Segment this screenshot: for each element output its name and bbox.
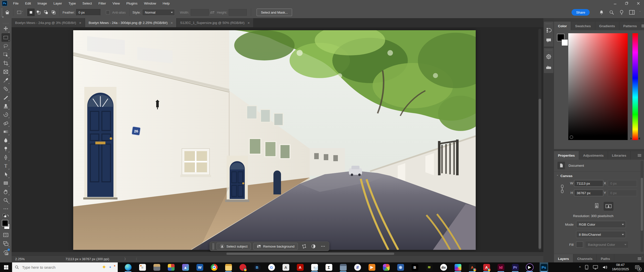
- move-tool[interactable]: [2, 25, 10, 33]
- search-input[interactable]: [22, 265, 99, 270]
- object-selection-tool[interactable]: [2, 50, 10, 59]
- strip-grip[interactable]: [545, 49, 552, 51]
- taskbar-app-b-app[interactable]: B: [411, 262, 419, 272]
- panel-menu-icon[interactable]: [641, 24, 644, 27]
- properties-scrollbar[interactable]: [640, 161, 643, 252]
- status-back-chevron[interactable]: 〈: [134, 257, 137, 261]
- comments-panel-icon[interactable]: [544, 36, 553, 45]
- horizontal-scroll-thumb[interactable]: [226, 253, 394, 255]
- chevron-down-icon[interactable]: ˇ: [639, 11, 640, 14]
- taskbar-app-dark-b-app[interactable]: B: [253, 262, 261, 272]
- crop-tool[interactable]: [2, 59, 10, 67]
- tray-expand-chevron-icon[interactable]: ^: [579, 265, 581, 269]
- volume-icon[interactable]: [602, 265, 608, 269]
- sync-status-icon[interactable]: [2, 248, 10, 257]
- tab-properties[interactable]: Properties: [554, 151, 579, 160]
- feather-input[interactable]: 0 px: [76, 9, 100, 16]
- frame-tool[interactable]: [2, 67, 10, 76]
- height-input[interactable]: [229, 9, 247, 16]
- taskbar-app-sticky-notes[interactable]: ≡: [138, 262, 147, 272]
- taskbar-drag-handle[interactable]: [212, 243, 214, 249]
- tab-channels[interactable]: Channels: [573, 254, 597, 263]
- taskbar-app-printer-app[interactable]: [152, 262, 161, 272]
- minimize-button[interactable]: [609, 0, 621, 7]
- subtract-selection-mode[interactable]: [42, 9, 50, 16]
- zoom-tool[interactable]: [2, 196, 10, 205]
- taskbar-app-creative-cloud[interactable]: [454, 262, 462, 272]
- notifications-bell-icon[interactable]: [599, 10, 604, 15]
- fill-color-swatch[interactable]: [576, 242, 583, 248]
- hue-slider[interactable]: [632, 33, 638, 140]
- menu-layer[interactable]: Layer: [50, 0, 65, 7]
- taskbar-app-microsoft-edge[interactable]: [124, 262, 132, 272]
- rectangle-tool[interactable]: [2, 179, 10, 187]
- menu-view[interactable]: View: [109, 0, 123, 7]
- panel-menu-icon[interactable]: [637, 257, 641, 260]
- taskbar-app-audio-app[interactable]: ılıı: [439, 262, 448, 272]
- share-button[interactable]: Share: [572, 9, 590, 16]
- new-selection-mode[interactable]: [27, 9, 35, 16]
- swap-colors-control[interactable]: [2, 213, 10, 219]
- tab-libraries[interactable]: Libraries: [608, 151, 631, 160]
- spot-healing-brush-tool[interactable]: [2, 85, 10, 93]
- close-tab-icon[interactable]: ×: [248, 21, 250, 25]
- taskbar-app-acrobat[interactable]: A: [296, 262, 304, 272]
- document-tab-1[interactable]: Boelyn Mews - 24a - 300dpi.png @ 2.25% (…: [85, 18, 177, 27]
- dodge-tool[interactable]: [2, 145, 10, 153]
- network-display-icon[interactable]: [593, 265, 598, 269]
- toolbar-grip[interactable]: [3, 23, 9, 24]
- blur-tool[interactable]: [2, 136, 10, 145]
- menu-image[interactable]: Image: [34, 0, 50, 7]
- tab-paths[interactable]: Paths: [597, 254, 614, 263]
- background-color-swatch[interactable]: [561, 39, 568, 46]
- quick-mask-mode-button[interactable]: [2, 231, 10, 239]
- hue-slider-marker[interactable]: [638, 137, 640, 140]
- edit-toolbar-button[interactable]: [2, 205, 10, 213]
- chevron-down-icon[interactable]: ˇ: [642, 256, 643, 259]
- foreground-color-swatch[interactable]: [2, 220, 8, 226]
- chevron-down-icon[interactable]: ˇ: [22, 11, 23, 14]
- taskbar-app-paint-app[interactable]: [382, 262, 390, 272]
- eyedropper-tool[interactable]: [2, 76, 10, 85]
- hue-slider-marker[interactable]: [630, 137, 632, 140]
- close-tab-icon[interactable]: ×: [79, 21, 82, 25]
- close-tab-icon[interactable]: ×: [171, 21, 173, 25]
- properties-scroll-thumb[interactable]: [641, 178, 643, 231]
- taskbar-app-tiles-app[interactable]: [167, 262, 175, 272]
- tab-gradients[interactable]: Gradients: [595, 22, 619, 30]
- discover-lightbulb-icon[interactable]: [619, 10, 624, 15]
- swap-dimensions-icon[interactable]: [210, 10, 215, 14]
- remove-background-button[interactable]: Remove background: [253, 243, 298, 250]
- width-input[interactable]: [191, 9, 209, 16]
- home-button[interactable]: [4, 9, 11, 16]
- histogram-panel-icon[interactable]: [544, 62, 553, 71]
- add-selection-mode[interactable]: [35, 9, 42, 16]
- toolbar-expand-icon[interactable]: »: [2, 15, 4, 19]
- lasso-tool[interactable]: [2, 42, 10, 50]
- type-tool[interactable]: T: [2, 162, 10, 170]
- menu-window[interactable]: Window: [141, 0, 159, 7]
- brush-tool[interactable]: [2, 93, 10, 102]
- canvas-horizontal-scrollbar[interactable]: [12, 252, 543, 255]
- bit-depth-select[interactable]: 8 Bits/Channel: [576, 231, 626, 238]
- landscape-orientation-button[interactable]: [604, 202, 613, 211]
- menu-select[interactable]: Select: [79, 0, 95, 7]
- strip-grip[interactable]: [545, 23, 552, 24]
- select-subject-button[interactable]: Select subject: [217, 243, 251, 250]
- taskbar-app-google-chrome[interactable]: [210, 262, 218, 272]
- taskbar-app-word[interactable]: W: [195, 262, 204, 272]
- taskbar-app-acrobat-light[interactable]: A: [281, 262, 290, 272]
- taskbar-search[interactable]: ✦ ✦: [12, 262, 118, 272]
- close-button[interactable]: [632, 0, 644, 7]
- link-dimensions-icon[interactable]: [560, 184, 565, 193]
- taskbar-app-media-player-orange[interactable]: ▶: [368, 262, 376, 272]
- pen-tool[interactable]: [2, 153, 10, 162]
- document-tab-0[interactable]: Boelyn Mews - 24a.png @ 3% (RGB/8#)×: [12, 18, 85, 27]
- color-picker-cursor[interactable]: [570, 135, 573, 139]
- taskbar-clock[interactable]: 08:47 16/02/2025: [612, 263, 629, 271]
- status-options-chevron[interactable]: 〉: [124, 257, 128, 261]
- taskbar-app-photoshop[interactable]: Ps: [540, 262, 548, 272]
- search-icon[interactable]: [609, 10, 614, 15]
- select-and-mask-button[interactable]: Select and Mask...: [257, 9, 292, 16]
- canvas-width-input[interactable]: 71113 px: [574, 180, 603, 187]
